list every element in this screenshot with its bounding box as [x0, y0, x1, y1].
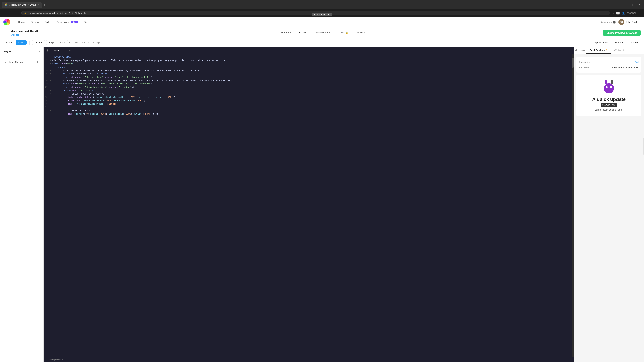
sync-to-esp-button[interactable]: Sync to ESP	[592, 40, 611, 45]
code-line: 15 img { -ms-interpolation-mode: bicubic…	[44, 103, 572, 106]
preview-text-value: Lorem ipsum dolor sit amet	[612, 66, 639, 68]
user-label: wser	[581, 49, 585, 52]
code-line: 2 ▸ <!-- Set the language of your main d…	[44, 59, 572, 62]
top-nav: Home Design Build Personalize New Test ℹ…	[0, 17, 644, 27]
tab-builder[interactable]: Builder	[295, 29, 310, 36]
nav-home[interactable]: Home	[16, 19, 28, 25]
editor-toolbar: Visual Code Insert ▾ Help Save Last save…	[0, 38, 644, 47]
sidebar-content: 🖼 logo@2x.png ⬆	[0, 56, 44, 362]
code-view-button[interactable]: Code	[16, 40, 27, 45]
code-scrollbar-thumb	[572, 58, 574, 68]
upload-icon[interactable]: ⬆	[36, 60, 39, 63]
file-icon: 🖼	[5, 61, 7, 63]
menu-dots-icon[interactable]: ⋮	[639, 11, 641, 14]
tab-qa-checks[interactable]: QA Checks	[611, 47, 628, 54]
tab-previews-qa[interactable]: Previews & QA	[311, 29, 334, 36]
refresh-button[interactable]: ↻	[16, 10, 19, 15]
nav-design[interactable]: Design	[28, 19, 42, 25]
list-item[interactable]: 🖼 logo@2x.png ⬆	[3, 59, 41, 65]
code-line: 8 ▸ <!-- Never disable zoom behavior! Fi…	[44, 79, 572, 82]
app-logo	[3, 19, 10, 25]
status-bar: All changes saved	[44, 357, 574, 362]
right-eye	[610, 86, 612, 88]
back-button[interactable]: ←	[3, 10, 7, 15]
insert-chevron-icon: ▾	[41, 41, 42, 44]
resources-button[interactable]: ℹ Resources 1	[598, 21, 616, 24]
eye-icon[interactable]: 👁	[575, 49, 578, 52]
personalize-new-badge: New	[71, 21, 78, 23]
code-content[interactable]: 1 <!DOCTYPE html> 2 ▸ <!-- Set the langu…	[44, 54, 572, 357]
user-avatar: JS	[618, 19, 624, 25]
email-body: Lorem ipsum dolor sit amet	[595, 108, 623, 111]
chevron-down-icon[interactable]: ▾	[578, 49, 580, 51]
preview-email: A quick update 398.5x271.333 Lorem ipsum…	[576, 75, 641, 116]
preview-email-card: A quick update 398.5x271.333 Lorem ipsum…	[576, 75, 641, 116]
nav-items: Home Design Build Personalize New Test	[16, 19, 92, 25]
nav-personalize[interactable]: Personalize New	[54, 19, 81, 25]
logo-body	[604, 83, 614, 93]
browser-tabs: Moodjoy test Email > Litmus × +	[2, 2, 623, 7]
insert-button[interactable]: Insert ▾	[32, 40, 45, 45]
save-button[interactable]: Save	[58, 40, 68, 45]
tab-close-button[interactable]: ×	[38, 3, 39, 6]
email-logo	[602, 80, 616, 93]
incognito-icon: 👤 Incognito	[622, 11, 636, 14]
new-tab-button[interactable]: +	[42, 2, 47, 7]
tab-html[interactable]: HTML	[51, 48, 63, 53]
sidebar-close-button[interactable]: ×	[39, 50, 41, 53]
tab-analytics[interactable]: Analytics	[352, 29, 370, 36]
update-previews-button[interactable]: Update Previews & QA tabs	[603, 30, 641, 36]
toolbar-divider	[29, 40, 30, 44]
resources-count-badge: 1	[613, 21, 616, 24]
tab-favicon	[5, 3, 8, 6]
window-icon[interactable]: ⬜	[616, 11, 620, 14]
share-button[interactable]: Share ▾	[628, 40, 641, 45]
right-ear	[611, 80, 613, 84]
code-scrollbar[interactable]	[572, 54, 574, 357]
code-line: 5 ▸ <!-- The title is useful for screenr…	[44, 69, 572, 72]
visual-view-button[interactable]: Visual	[3, 40, 14, 45]
browser-tab[interactable]: Moodjoy test Email > Litmus ×	[2, 2, 42, 7]
status-text: All changes saved	[46, 359, 62, 361]
tab-title: Moodjoy test Email > Litmus	[9, 3, 36, 6]
lock-icon: 🔒	[24, 12, 27, 14]
sidebar-header: Images ×	[0, 47, 44, 56]
nav-test[interactable]: Test	[81, 19, 92, 25]
email-info: Moodjoy test Email Unsorted	[10, 30, 38, 36]
more-options-button[interactable]: ···	[40, 31, 44, 35]
file-name: logo@2x.png	[9, 61, 23, 63]
close-window-button[interactable]: ×	[638, 2, 642, 7]
main-content: Images × 🖼 logo@2x.png ⬆ ⚙ HTML CSS	[0, 47, 644, 362]
info-icon: ℹ	[598, 21, 600, 23]
maximize-button[interactable]: □	[631, 2, 636, 7]
email-folder[interactable]: Unsorted	[10, 33, 38, 36]
warning-icon: ⚠	[606, 49, 608, 51]
preview-meta: Subject line Add Preview text Lorem ipsu…	[576, 57, 641, 72]
images-sidebar: Images × 🖼 logo@2x.png ⬆	[0, 47, 44, 362]
app: Home Design Build Personalize New Test ℹ…	[0, 17, 644, 362]
code-tabs: HTML CSS	[51, 48, 74, 53]
subject-line-add-button[interactable]: Add	[635, 61, 639, 63]
tab-summary[interactable]: Summary	[277, 29, 295, 36]
tab-css[interactable]: CSS	[63, 48, 74, 53]
settings-icon[interactable]: ⚙	[46, 48, 49, 53]
export-button[interactable]: Export ▾	[612, 40, 626, 45]
forward-button[interactable]: →	[9, 10, 14, 15]
help-button[interactable]: Help	[46, 40, 56, 45]
subject-line-label: Subject line	[579, 61, 590, 63]
sidebar-toggle-icon[interactable]: ☰	[3, 31, 6, 35]
star-icon[interactable]: ☆	[612, 11, 614, 14]
nav-right: ℹ Resources 1 JS John Smith ▾	[598, 19, 641, 25]
page-tabs: Summary Builder Previews & QA Proof 🔒 An…	[277, 29, 370, 36]
tab-email-previews[interactable]: Email Previews ⚠	[586, 47, 611, 54]
user-info[interactable]: JS John Smith ▾	[618, 19, 641, 25]
code-editor[interactable]: ⚙ HTML CSS 1 <!DOCTYPE html> 2 ▸	[44, 47, 574, 362]
nav-build[interactable]: Build	[42, 19, 53, 25]
minimize-button[interactable]: −	[624, 2, 629, 7]
address-actions: ☆ ⬜ 👤 Incognito ⋮	[612, 11, 641, 14]
share-chevron-icon: ▾	[637, 41, 638, 44]
left-eye	[606, 86, 608, 88]
code-line: 7 <meta http-equiv="Content-Type" conten…	[44, 76, 572, 79]
tab-proof[interactable]: Proof 🔒	[335, 29, 352, 36]
export-chevron-icon: ▾	[622, 41, 623, 44]
